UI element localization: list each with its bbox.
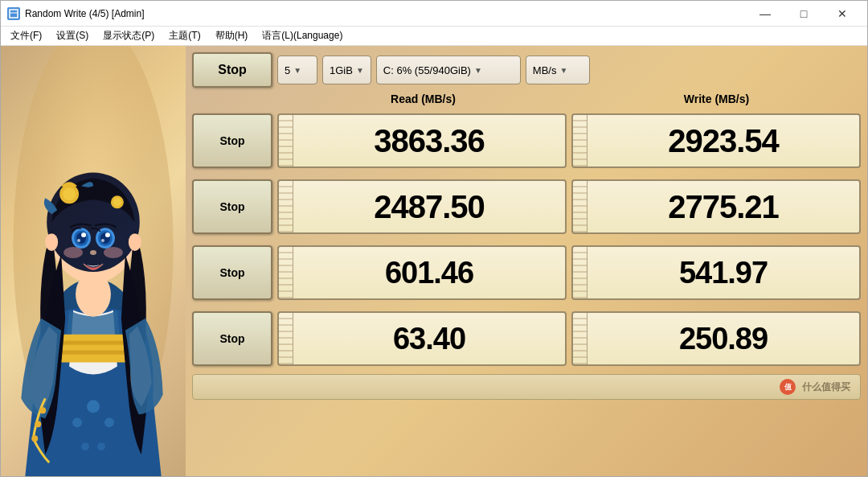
write-value-box-1: 2923.54: [571, 113, 861, 168]
unit-arrow: ▼: [559, 66, 567, 75]
test-size-dropdown[interactable]: 1GiB ▼: [322, 56, 371, 84]
svg-point-20: [81, 232, 86, 237]
read-value-box-3: 601.46: [277, 245, 567, 300]
svg-point-35: [81, 442, 89, 450]
write-accent-1: [573, 115, 588, 167]
svg-point-32: [87, 400, 100, 413]
read-value-4: 63.40: [293, 322, 565, 356]
svg-point-28: [129, 233, 141, 251]
menu-help[interactable]: 帮助(H): [209, 27, 255, 44]
main-content: Stop 5 ▼ 1GiB ▼ C: 6% (55/940GiB) ▼ MB/s…: [1, 46, 867, 476]
svg-point-26: [104, 247, 123, 258]
svg-point-13: [113, 198, 121, 206]
read-header: Read (MB/s): [279, 93, 567, 105]
write-value-2: 2775.21: [588, 189, 859, 225]
window-controls: — □ ✕: [747, 2, 861, 26]
read-value-box-4: 63.40: [277, 311, 567, 366]
read-accent-4: [279, 313, 293, 364]
stop-button-4[interactable]: Stop: [192, 311, 272, 366]
queue-depth-dropdown[interactable]: 5 ▼: [277, 56, 317, 84]
watermark-text: 什么值得买: [802, 380, 850, 394]
read-value-box-2: 2487.50: [277, 179, 567, 234]
svg-point-27: [45, 233, 58, 251]
svg-point-23: [101, 239, 104, 242]
menu-language[interactable]: 语言(L)(Language): [256, 27, 349, 44]
menu-file[interactable]: 文件(F): [4, 27, 48, 44]
data-row-4: Stop 63.40 250.89: [192, 308, 861, 369]
menu-bar: 文件(F) 设置(S) 显示状态(P) 主题(T) 帮助(H) 语言(L)(La…: [1, 27, 867, 46]
read-accent-2: [279, 181, 293, 232]
svg-point-22: [77, 239, 80, 242]
write-accent-4: [573, 313, 588, 364]
maximize-button[interactable]: □: [785, 2, 822, 26]
stop-button-1[interactable]: Stop: [192, 113, 272, 168]
stop-button-3[interactable]: Stop: [192, 245, 272, 300]
drive-dropdown[interactable]: C: 6% (55/940GiB) ▼: [376, 56, 521, 84]
queue-depth-value: 5: [285, 64, 290, 76]
read-accent-1: [279, 115, 293, 167]
svg-rect-6: [57, 351, 129, 355]
svg-point-21: [105, 232, 110, 237]
title-bar: Random Write (4/5) [Admin] — □ ✕: [1, 1, 867, 27]
svg-point-24: [90, 250, 96, 255]
write-accent-2: [573, 181, 588, 232]
menu-display[interactable]: 显示状态(P): [96, 27, 161, 44]
right-panel: Stop 5 ▼ 1GiB ▼ C: 6% (55/940GiB) ▼ MB/s…: [186, 46, 867, 476]
read-value-box-1: 3863.36: [277, 113, 567, 168]
read-accent-3: [279, 247, 293, 298]
minimize-button[interactable]: —: [747, 2, 784, 26]
svg-point-34: [104, 417, 114, 427]
queue-depth-arrow: ▼: [293, 66, 301, 75]
svg-point-36: [97, 442, 105, 450]
svg-rect-0: [10, 10, 18, 18]
menu-settings[interactable]: 设置(S): [50, 27, 95, 44]
svg-point-29: [39, 407, 46, 413]
test-size-arrow: ▼: [356, 66, 364, 75]
stop-button-2[interactable]: Stop: [192, 179, 272, 234]
read-value-3: 601.46: [293, 256, 565, 290]
read-value-2: 2487.50: [293, 189, 565, 225]
write-accent-3: [573, 247, 588, 298]
svg-rect-5: [57, 341, 129, 345]
unit-dropdown[interactable]: MB/s ▼: [526, 56, 590, 84]
write-value-1: 2923.54: [588, 123, 859, 159]
write-header: Write (MB/s): [572, 93, 861, 105]
write-value-4: 250.89: [588, 322, 859, 356]
app-window: Random Write (4/5) [Admin] — □ ✕ 文件(F) 设…: [0, 0, 868, 477]
anime-character: [1, 46, 186, 476]
data-row-1: Stop 3863.36 2923.54: [192, 110, 861, 171]
svg-rect-4: [57, 335, 129, 363]
unit-value: MB/s: [533, 64, 557, 76]
stop-button-main[interactable]: Stop: [192, 52, 272, 88]
table-header-row: Read (MB/s) Write (MB/s): [192, 93, 861, 105]
write-value-box-2: 2775.21: [571, 179, 861, 234]
drive-arrow: ▼: [474, 66, 482, 75]
read-value-1: 3863.36: [293, 123, 565, 159]
character-area: [1, 46, 186, 476]
svg-point-11: [63, 187, 76, 200]
svg-point-30: [35, 421, 41, 427]
test-size-value: 1GiB: [330, 64, 353, 76]
write-value-box-4: 250.89: [571, 311, 861, 366]
menu-theme[interactable]: 主题(T): [162, 27, 207, 44]
data-row-3: Stop 601.46 541.97: [192, 242, 861, 303]
drive-value: C: 6% (55/940GiB): [383, 64, 471, 76]
svg-point-31: [31, 435, 38, 442]
controls-row: Stop 5 ▼ 1GiB ▼ C: 6% (55/940GiB) ▼ MB/s…: [192, 52, 861, 88]
write-value-3: 541.97: [588, 256, 859, 290]
watermark-icon: 值: [780, 379, 796, 395]
app-icon: [7, 7, 20, 20]
close-button[interactable]: ✕: [824, 2, 861, 26]
write-value-box-3: 541.97: [571, 245, 861, 300]
window-title: Random Write (4/5) [Admin]: [25, 8, 747, 19]
svg-point-25: [63, 247, 83, 258]
svg-point-33: [72, 417, 82, 427]
bottom-bar: 值 什么值得买: [192, 374, 861, 400]
data-row-2: Stop 2487.50 2775.21: [192, 176, 861, 237]
